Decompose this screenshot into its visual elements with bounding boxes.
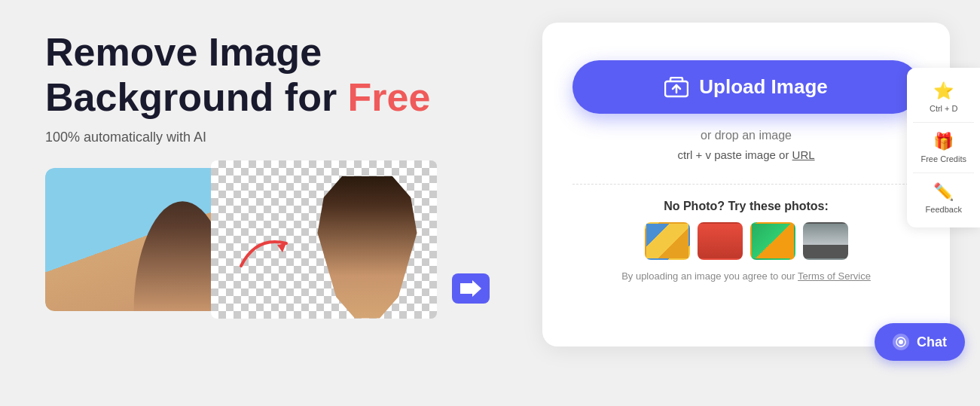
chat-button[interactable]: Chat (875, 323, 965, 361)
sidebar-bookmark-label: Ctrl + D (930, 104, 958, 113)
paste-hint-text: ctrl + v paste image or (677, 148, 792, 161)
tos-link[interactable]: Terms of Service (798, 270, 871, 282)
images-container (45, 168, 512, 319)
svg-point-5 (899, 340, 903, 344)
paste-hint: ctrl + v paste image or URL (677, 148, 814, 161)
gift-icon: 🎁 (933, 132, 954, 151)
tos-prefix: By uploading an image you agree to our (621, 270, 798, 282)
sidebar-divider-2 (913, 172, 974, 173)
left-panel: Remove Image Background for Free 100% au… (45, 23, 512, 319)
svg-marker-1 (460, 280, 481, 297)
tos-text: By uploading an image you agree to our T… (572, 270, 920, 282)
right-panel: Upload Image or drop an image ctrl + v p… (542, 23, 950, 346)
sample-photo-1[interactable] (645, 222, 690, 260)
chat-bubble-icon (896, 337, 906, 347)
sidebar-item-credits[interactable]: 🎁 Free Credits (913, 126, 974, 169)
main-container: Remove Image Background for Free 100% au… (0, 0, 980, 406)
try-photos-label: No Photo? Try these photos: (572, 200, 920, 213)
chat-icon (893, 334, 909, 350)
star-icon: ⭐ (933, 81, 954, 101)
try-photos-section: No Photo? Try these photos: By uploading… (572, 200, 920, 282)
section-divider (572, 184, 920, 185)
subtitle: 100% automatically with AI (45, 130, 512, 145)
before-image (45, 168, 226, 311)
blue-arrow-icon (460, 280, 481, 297)
upload-button[interactable]: Upload Image (572, 60, 920, 114)
before-image-content (45, 168, 226, 311)
svg-marker-0 (277, 243, 286, 252)
pencil-icon: ✏️ (933, 182, 954, 202)
sidebar-item-feedback[interactable]: ✏️ Feedback (913, 176, 974, 220)
sample-photos-row (572, 222, 920, 260)
red-arrow-icon (234, 228, 301, 273)
sidebar-float: ⭐ Ctrl + D 🎁 Free Credits ✏️ Feedback (907, 68, 980, 227)
headline: Remove Image Background for Free (45, 30, 512, 121)
upload-icon (664, 77, 688, 98)
chat-button-label: Chat (917, 334, 947, 350)
headline-line1: Remove Image (45, 30, 322, 74)
url-link[interactable]: URL (792, 148, 815, 161)
headline-line2: Background for (45, 75, 348, 119)
sidebar-item-bookmark[interactable]: ⭐ Ctrl + D (913, 75, 974, 119)
sample-photo-3[interactable] (750, 222, 795, 260)
sample-photo-4[interactable] (803, 222, 848, 260)
sample-photo-2[interactable] (698, 222, 743, 260)
arrow-indicator (234, 228, 301, 276)
sidebar-credits-label: Free Credits (920, 154, 966, 163)
headline-free: Free (348, 75, 431, 119)
or-drop-text: or drop an image (701, 129, 792, 142)
upload-button-label: Upload Image (699, 75, 827, 99)
upload-svg-icon (664, 77, 688, 98)
blue-arrow-badge (452, 273, 490, 304)
sidebar-feedback-label: Feedback (926, 205, 962, 214)
sidebar-divider-1 (913, 122, 974, 123)
